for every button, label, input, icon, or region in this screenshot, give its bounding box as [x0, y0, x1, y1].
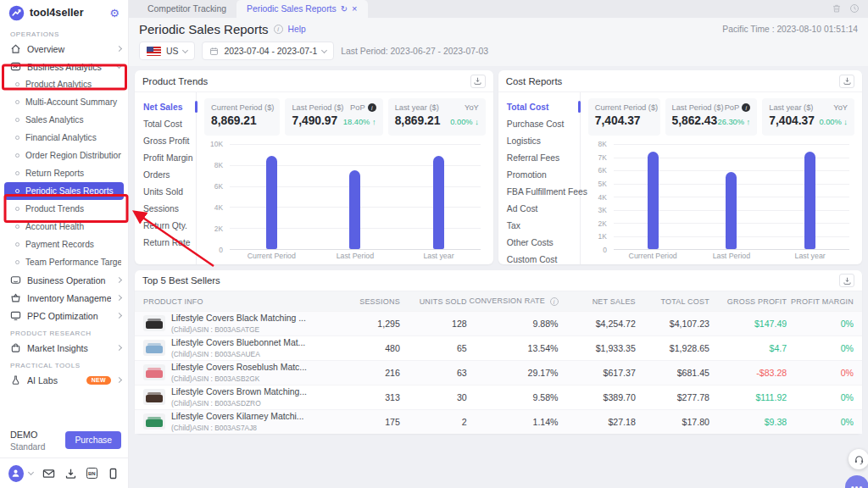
help-link[interactable]: Help	[288, 25, 306, 34]
bullet-icon	[15, 171, 19, 175]
bar-last-period[interactable]	[349, 170, 360, 249]
bar-slot: Last year	[397, 144, 481, 249]
metric-menu-item-return-qty[interactable]: Return Qty.	[135, 217, 196, 234]
us-flag-icon	[147, 47, 161, 56]
product-thumbnail	[143, 413, 165, 430]
date-range-picker[interactable]: 2023-07-04 - 2023-07-1	[202, 42, 334, 60]
metric-menu-item-total-cost[interactable]: Total Cost	[135, 115, 196, 132]
info-icon[interactable]: i	[368, 103, 376, 112]
avatar-icon[interactable]	[8, 465, 24, 482]
sidebar-item-financial-analytics[interactable]: Financial Analytics	[0, 129, 128, 147]
sidebar-item-ppc-optimization[interactable]: PPC Optimization	[0, 307, 128, 324]
metric-menu-item-purchase-cost[interactable]: Purchase Cost	[498, 115, 580, 132]
marketplace-select[interactable]: US	[139, 42, 195, 60]
metric-sub-label: PoPi	[725, 103, 751, 112]
sidebar-item-product-analytics[interactable]: Product Analytics	[0, 75, 128, 93]
metric-menu-item-profit-margin[interactable]: Profit Margin	[135, 149, 196, 166]
metric-tile-values: 8,869.21	[211, 114, 273, 127]
sidebar-item-market-insights[interactable]: Market Insights	[0, 339, 128, 357]
sidebar: tool4seller ⚙ OPERATIONSOverviewBusiness…	[0, 0, 129, 488]
purchase-button[interactable]: Purchase	[65, 431, 121, 449]
sidebar-item-product-trends[interactable]: Product Trends	[0, 200, 128, 218]
sidebar-item-sales-analytics[interactable]: Sales Analytics	[0, 111, 128, 129]
mail-icon[interactable]	[42, 468, 55, 480]
mobile-icon[interactable]	[107, 468, 120, 480]
metric-menu-item-units-sold[interactable]: Units Sold	[135, 183, 196, 200]
ailabs-icon	[10, 374, 21, 385]
bar-last-period[interactable]	[726, 172, 737, 249]
download-icon[interactable]	[839, 274, 854, 287]
total-cost-cell: $1,928.65	[636, 343, 709, 353]
metric-menu-item-referral-fees[interactable]: Referral Fees	[498, 149, 580, 166]
trash-icon[interactable]	[832, 2, 842, 17]
info-icon[interactable]: i	[274, 25, 283, 34]
bn-extension-icon[interactable]: BN	[86, 468, 97, 479]
product-info-cell: Lifestyle Covers Roseblush Matc...(Child…	[143, 363, 337, 382]
refresh-icon[interactable]: ↻	[341, 5, 348, 14]
tab-competitor-tracking[interactable]: Competitor Tracking	[137, 0, 236, 18]
metric-menu-item-sessions[interactable]: Sessions	[135, 200, 196, 217]
tab-periodic-sales-reports[interactable]: Periodic Sales Reports ↻ ×	[236, 0, 368, 18]
sidebar-item-multi-account-summary[interactable]: Multi-Account Summary	[0, 93, 128, 111]
bar-current-period[interactable]	[648, 152, 659, 249]
x-tick-label: Current Period	[248, 252, 296, 260]
sessions-cell: 313	[337, 392, 400, 402]
table-row[interactable]: Lifestyle Covers Bluebonnet Mat...(Child…	[135, 336, 862, 360]
bar-last-year[interactable]	[804, 152, 815, 249]
chevron-right-icon	[116, 295, 122, 301]
gear-icon[interactable]: ⚙	[109, 8, 120, 19]
column-header-profit-margin: PROFIT MARGIN	[787, 297, 854, 306]
chart-bars: Current PeriodLast PeriodLast year	[230, 144, 481, 249]
table-row[interactable]: Lifestyle Covers Black Matching ...(Chil…	[135, 311, 862, 336]
close-icon[interactable]: ×	[352, 4, 357, 14]
info-icon[interactable]: i	[550, 297, 559, 306]
table-row[interactable]: Lifestyle Covers Kilarney Matchi...(Chil…	[135, 409, 862, 434]
bullet-icon	[15, 225, 19, 229]
sidebar-item-overview[interactable]: Overview	[0, 40, 128, 58]
table-row[interactable]: Lifestyle Covers Brown Matching...(Child…	[135, 385, 862, 409]
sidebar-item-order-region-distribution[interactable]: Order Region Distribution	[0, 147, 128, 164]
metric-menu-item-logistics[interactable]: Logistics	[498, 132, 580, 149]
y-tick-label: 2K	[214, 225, 223, 233]
download-icon[interactable]	[839, 75, 854, 88]
gross-profit-cell: -$83.28	[709, 368, 787, 378]
metric-menu-item-tax[interactable]: Tax	[498, 217, 580, 234]
bar-current-period[interactable]	[266, 156, 277, 249]
sidebar-item-periodic-sales-reports[interactable]: Periodic Sales Reports	[4, 182, 124, 200]
metric-menu-item-return-rate[interactable]: Return Rate	[135, 234, 196, 251]
chevron-down-icon[interactable]	[28, 469, 34, 475]
sidebar-item-return-reports[interactable]: Return Reports	[0, 164, 128, 182]
metric-menu-item-gross-profit[interactable]: Gross Profit	[135, 132, 196, 149]
metric-menu-item-total-cost[interactable]: Total Cost	[498, 98, 580, 115]
sidebar-item-business-analytics[interactable]: Business Analytics	[0, 58, 128, 75]
metric-tile-values: 7,404.37	[595, 114, 654, 127]
sidebar-item-inventory-management[interactable]: Inventory Management	[0, 289, 128, 307]
sidebar-item-ai-labs[interactable]: AI LabsNEW	[0, 371, 128, 389]
metric-menu-item-promotion[interactable]: Promotion	[498, 166, 580, 183]
download-icon[interactable]	[470, 75, 486, 88]
product-info-cell: Lifestyle Covers Kilarney Matchi...(Chil…	[143, 412, 337, 431]
info-icon[interactable]: i	[742, 103, 750, 112]
metric-menu-item-other-costs[interactable]: Other Costs	[498, 234, 580, 251]
sidebar-footer: BN	[0, 458, 128, 488]
new-badge: NEW	[86, 376, 111, 385]
column-header-sessions: SESSIONS	[337, 297, 400, 306]
metric-menu-item-fba-fulfillment-fees[interactable]: FBA Fulfillment Fees	[498, 183, 580, 200]
clock-icon[interactable]	[849, 2, 860, 17]
sidebar-item-account-health[interactable]: Account Health	[0, 218, 128, 236]
sidebar-item-business-operation[interactable]: Business Operation	[0, 271, 128, 289]
sidebar-item-payment-records[interactable]: Payment Records	[0, 236, 128, 253]
units-sold-cell: 63	[400, 368, 467, 378]
conversion-rate-cell: 13.54%	[467, 343, 559, 353]
chat-widget-button[interactable]: •••	[845, 475, 868, 488]
sidebar-item-team-performance-targets[interactable]: Team Performance Targets	[0, 253, 128, 271]
bar-last-year[interactable]	[433, 156, 444, 249]
metric-label: Last year ($)	[769, 103, 813, 112]
download-icon[interactable]	[64, 468, 77, 480]
metric-menu-item-ad-cost[interactable]: Ad Cost	[498, 200, 580, 217]
headset-support-button[interactable]	[849, 449, 868, 469]
metric-menu-item-orders[interactable]: Orders	[135, 166, 196, 183]
table-row[interactable]: Lifestyle Covers Roseblush Matc...(Child…	[135, 360, 862, 385]
metric-menu-item-net-sales[interactable]: Net Sales	[135, 98, 196, 115]
metric-menu-item-custom-cost[interactable]: Custom Cost	[498, 251, 580, 268]
